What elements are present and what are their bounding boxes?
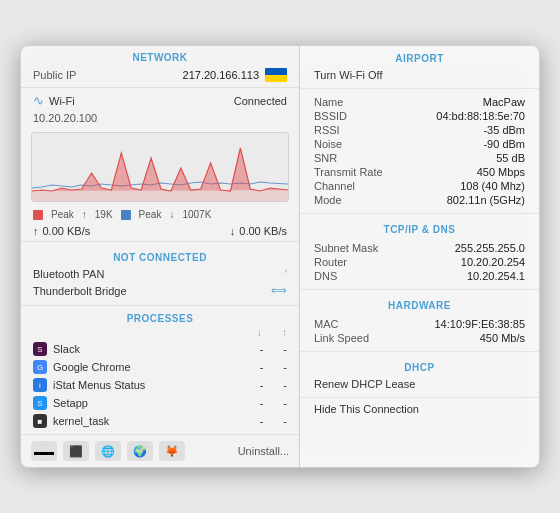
col-down: ↓: [257, 327, 262, 338]
divider-2: [21, 241, 299, 242]
info-value-linkspeed: 450 Mb/s: [480, 332, 525, 344]
hide-connection-link[interactable]: Hide This Connection: [300, 401, 539, 419]
divider-3: [21, 305, 299, 306]
turn-wifi-off-link[interactable]: Turn Wi-Fi Off: [300, 67, 539, 85]
info-row-mode: Mode 802.11n (5GHz): [314, 193, 525, 207]
info-row-snr: SNR 55 dB: [314, 151, 525, 165]
chrome-down: -: [260, 361, 264, 373]
info-value-channel: 108 (40 Mhz): [460, 180, 525, 192]
globe-icon-btn[interactable]: 🌍: [127, 441, 153, 461]
wifi-icon: ∿: [33, 93, 44, 108]
setapp-down: -: [260, 397, 264, 409]
wifi-label: Wi-Fi: [49, 95, 75, 107]
info-row-mac: MAC 14:10:9F:E6:38:85: [314, 317, 525, 331]
list-item: S Slack - -: [21, 340, 299, 358]
info-label-bssid: BSSID: [314, 110, 394, 122]
current-speeds: ↑ 0.00 KB/s ↓ 0.00 KB/s: [21, 223, 299, 239]
process-vals-slack: - -: [237, 343, 287, 355]
info-row-name: Name MacPaw: [314, 95, 525, 109]
renew-dhcp-link[interactable]: Renew DHCP Lease: [300, 376, 539, 394]
dhcp-header: DHCP: [300, 355, 539, 376]
peak-down-value: 1007K: [182, 209, 211, 220]
peak-up-icon: [33, 210, 43, 220]
network-chart: [31, 132, 289, 202]
info-value-mode: 802.11n (5GHz): [447, 194, 525, 206]
istat-up: -: [283, 379, 287, 391]
peak-up-label: Peak: [51, 209, 74, 220]
setapp-icon: S: [33, 396, 47, 410]
process-name-setapp: Setapp: [53, 397, 237, 409]
terminal-icon-btn[interactable]: ▬▬: [31, 441, 57, 461]
speed-up: ↑ 0.00 KB/s: [33, 225, 90, 237]
network2-icon-btn[interactable]: 🌐: [95, 441, 121, 461]
bluetooth-pan-row: Bluetooth PAN ’: [33, 266, 287, 282]
process-vals-kernel: - -: [237, 415, 287, 427]
info-value-name: MacPaw: [483, 96, 525, 108]
network-chart-svg: [32, 133, 288, 201]
chrome-icon: G: [33, 360, 47, 374]
kernel-icon: ■: [33, 414, 47, 428]
divider-r4: [300, 351, 539, 352]
not-connected-section: NOT CONNECTED Bluetooth PAN ’ Thunderbol…: [21, 244, 299, 303]
public-ip-label: Public IP: [33, 69, 76, 81]
bottom-toolbar: ▬▬ ⬛ 🌐 🌍 🦊 Uninstall...: [21, 434, 299, 467]
info-label-linkspeed: Link Speed: [314, 332, 394, 344]
toolbar-icons: ▬▬ ⬛ 🌐 🌍 🦊: [31, 441, 185, 461]
down-arrow: ↓: [230, 225, 236, 237]
bluetooth-icon: ’: [285, 268, 287, 280]
info-label-router: Router: [314, 256, 394, 268]
bluetooth-pan-label: Bluetooth PAN: [33, 268, 104, 280]
info-value-dns: 10.20.254.1: [467, 270, 525, 282]
istat-down: -: [260, 379, 264, 391]
list-item: i iStat Menus Status - -: [21, 376, 299, 394]
thunderbolt-label: Thunderbolt Bridge: [33, 285, 127, 297]
kernel-up: -: [283, 415, 287, 427]
uninstall-link[interactable]: Uninstall...: [238, 445, 289, 457]
peak-down-icon: [121, 210, 131, 220]
network-header: NETWORK: [21, 46, 299, 65]
slack-icon: S: [33, 342, 47, 356]
info-value-mac: 14:10:9F:E6:38:85: [434, 318, 525, 330]
process-vals-istat: - -: [237, 379, 287, 391]
process-list: S Slack - - G Google Chrome - - i iStat …: [21, 340, 299, 430]
hardware-info-table: MAC 14:10:9F:E6:38:85 Link Speed 450 Mb/…: [300, 314, 539, 348]
info-label-mac: MAC: [314, 318, 394, 330]
tcpip-info-table: Subnet Mask 255.255.255.0 Router 10.20.2…: [300, 238, 539, 286]
info-label-dns: DNS: [314, 270, 394, 282]
process-vals-setapp: - -: [237, 397, 287, 409]
tcpip-header: TCP/IP & DNS: [300, 217, 539, 238]
info-row-bssid: BSSID 04:bd:88:18:5e:70: [314, 109, 525, 123]
hardware-header: HARDWARE: [300, 293, 539, 314]
process-name-istat: iStat Menus Status: [53, 379, 237, 391]
divider-1: [21, 87, 299, 88]
activity-icon-btn[interactable]: ⬛: [63, 441, 89, 461]
terminal-icon: ▬▬: [34, 446, 54, 457]
chart-legend: Peak ↑ 19K Peak ↓ 1007K: [21, 206, 299, 223]
globe-icon: 🌍: [133, 445, 147, 458]
processes-subheader: ↓ ↑: [21, 327, 299, 340]
info-row-channel: Channel 108 (40 Mhz): [314, 179, 525, 193]
info-row-rssi: RSSI -35 dBm: [314, 123, 525, 137]
list-item: ■ kernel_task - -: [21, 412, 299, 430]
info-row-subnet: Subnet Mask 255.255.255.0: [314, 241, 525, 255]
info-row-router: Router 10.20.20.254: [314, 255, 525, 269]
speed-down: ↓ 0.00 KB/s: [230, 225, 287, 237]
info-label-txrate: Transmit Rate: [314, 166, 394, 178]
col-up: ↑: [282, 327, 287, 338]
info-value-snr: 55 dB: [496, 152, 525, 164]
wifi-row: ∿ Wi-Fi Connected: [21, 90, 299, 111]
airport-info-table: Name MacPaw BSSID 04:bd:88:18:5e:70 RSSI…: [300, 92, 539, 210]
info-label-subnet: Subnet Mask: [314, 242, 394, 254]
process-vals-chrome: - -: [237, 361, 287, 373]
info-value-bssid: 04:bd:88:18:5e:70: [436, 110, 525, 122]
peak-down-label: Peak: [139, 209, 162, 220]
info-label-name: Name: [314, 96, 394, 108]
slack-down: -: [260, 343, 264, 355]
peak-down-arrow: ↓: [169, 209, 174, 220]
info-label-mode: Mode: [314, 194, 394, 206]
browser-icon-btn[interactable]: 🦊: [159, 441, 185, 461]
speed-up-value: 0.00 KB/s: [43, 225, 91, 237]
processes-header: PROCESSES: [21, 308, 299, 327]
istat-icon: i: [33, 378, 47, 392]
list-item: G Google Chrome - -: [21, 358, 299, 376]
